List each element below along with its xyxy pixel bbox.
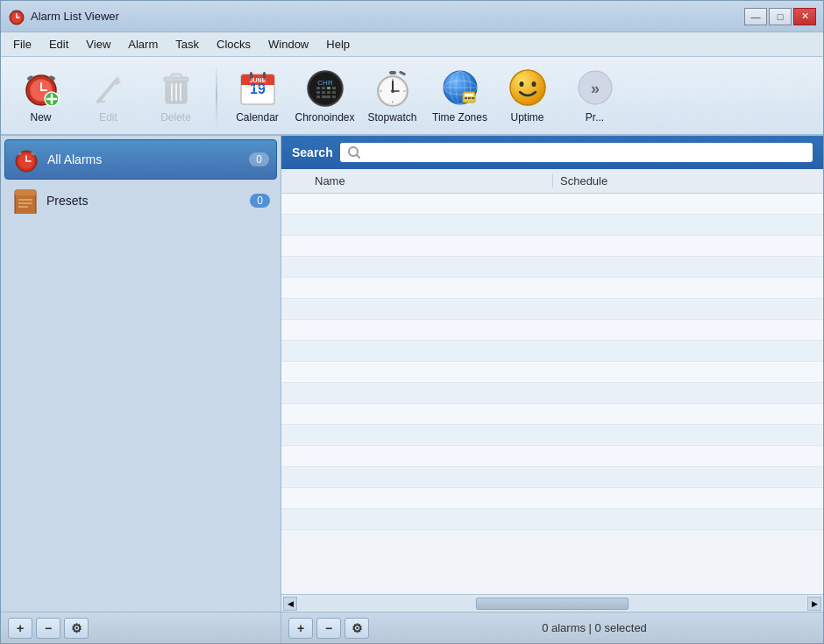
svg-rect-36: [316, 87, 320, 89]
table-row: [281, 278, 823, 299]
calendar-button[interactable]: 19 JUNE Calendar: [224, 61, 290, 130]
search-input-wrap: [340, 143, 813, 162]
svg-rect-48: [398, 71, 406, 76]
table-row: [281, 425, 823, 446]
alarm-add-button[interactable]: +: [288, 618, 313, 639]
svg-point-57: [391, 89, 394, 93]
stopwatch-button[interactable]: Stopwatch: [359, 61, 425, 130]
sidebar-item-presets[interactable]: Presets 0: [4, 181, 277, 220]
svg-rect-38: [327, 87, 330, 89]
menu-edit[interactable]: Edit: [40, 34, 77, 54]
scroll-thumb[interactable]: [476, 598, 628, 610]
alarm-settings-button[interactable]: ⚙: [345, 618, 369, 639]
menu-help[interactable]: Help: [317, 34, 359, 54]
menu-file[interactable]: File: [4, 34, 40, 54]
svg-rect-65: [465, 97, 467, 99]
timezones-icon: [439, 67, 481, 109]
uptime-button[interactable]: Uptime: [494, 61, 560, 130]
svg-text:CHR: CHR: [317, 79, 333, 87]
svg-rect-21: [171, 74, 181, 78]
main-window: Alarm List Viewer — □ ✕ File Edit View A…: [0, 0, 824, 644]
menubar: File Edit View Alarm Task Clocks Window …: [1, 32, 823, 57]
search-label: Search: [292, 145, 333, 159]
table-row: [281, 488, 823, 509]
timezones-label: Time Zones: [432, 112, 487, 124]
svg-line-16: [98, 79, 117, 102]
table-row: [281, 257, 823, 278]
right-footer: + − ⚙ 0 alarms | 0 selected: [281, 612, 823, 643]
window-title: Alarm List Viewer: [31, 10, 744, 23]
edit-icon: [88, 67, 130, 109]
svg-rect-46: [332, 96, 336, 98]
table-row: [281, 404, 823, 425]
toolbar: New Edit: [1, 57, 823, 136]
scroll-left-button[interactable]: ◀: [283, 597, 297, 611]
toolbar-sep-1: [216, 65, 217, 126]
app-icon: [8, 8, 25, 25]
maximize-button[interactable]: □: [769, 8, 792, 25]
sidebar: All Alarms 0 Presets: [1, 136, 281, 643]
table-row: [281, 383, 823, 404]
horizontal-scrollbar: ◀ ▶: [281, 594, 823, 612]
edit-button[interactable]: Edit: [75, 61, 141, 130]
menu-task[interactable]: Task: [167, 34, 208, 54]
svg-rect-66: [468, 97, 471, 99]
new-label: New: [30, 112, 51, 124]
search-input[interactable]: [366, 146, 806, 159]
sidebar-settings-button[interactable]: ⚙: [64, 618, 89, 639]
new-icon: [20, 67, 62, 109]
delete-button[interactable]: Delete: [143, 61, 209, 130]
timezones-button[interactable]: Time Zones: [427, 61, 493, 130]
search-icon: [347, 145, 361, 159]
presets-count: 0: [250, 194, 270, 208]
sidebar-item-all-alarms[interactable]: All Alarms 0: [4, 139, 277, 180]
svg-rect-64: [465, 94, 473, 96]
table-row: [281, 320, 823, 341]
window-controls: — □ ✕: [744, 8, 816, 25]
table-row: [281, 236, 823, 257]
svg-rect-45: [322, 96, 330, 98]
svg-rect-47: [389, 71, 396, 74]
svg-rect-40: [316, 91, 320, 94]
new-button[interactable]: New: [8, 61, 74, 130]
svg-rect-39: [332, 87, 336, 89]
stopwatch-label: Stopwatch: [367, 112, 416, 124]
scroll-right-button[interactable]: ▶: [807, 597, 821, 611]
uptime-icon: [507, 67, 549, 109]
menu-clocks[interactable]: Clocks: [208, 34, 259, 54]
svg-point-68: [510, 70, 545, 105]
menu-alarm[interactable]: Alarm: [119, 34, 167, 54]
all-alarms-icon: [12, 145, 40, 173]
chronoindex-icon: CHR: [304, 67, 346, 109]
svg-point-69: [519, 81, 523, 87]
search-bar: Search: [281, 136, 823, 169]
chronoindex-button[interactable]: CHR Chronoindex: [292, 61, 358, 130]
alarm-remove-button[interactable]: −: [316, 618, 341, 639]
svg-rect-31: [250, 72, 252, 79]
menu-window[interactable]: Window: [259, 34, 317, 54]
table-header: Name Schedule: [281, 169, 823, 194]
sidebar-remove-button[interactable]: −: [36, 618, 60, 639]
svg-text:19: 19: [250, 81, 266, 96]
svg-rect-44: [316, 96, 320, 98]
minimize-button[interactable]: —: [744, 8, 767, 25]
table-row: [281, 446, 823, 467]
more-button[interactable]: » Pr...: [562, 61, 628, 130]
right-panel: Search Name Schedule: [281, 136, 823, 643]
more-label: Pr...: [586, 112, 604, 124]
table-row: [281, 362, 823, 383]
svg-line-85: [357, 155, 359, 158]
status-text: 0 alarms | 0 selected: [373, 621, 816, 634]
delete-icon: [155, 67, 197, 109]
sidebar-footer: + − ⚙: [1, 612, 281, 643]
sidebar-add-button[interactable]: +: [8, 618, 32, 639]
menu-view[interactable]: View: [77, 34, 119, 54]
calendar-icon: 19 JUNE: [237, 67, 279, 109]
svg-point-70: [531, 81, 536, 87]
scroll-track[interactable]: [299, 598, 806, 610]
svg-rect-41: [322, 91, 325, 94]
close-button[interactable]: ✕: [793, 8, 816, 25]
edit-label: Edit: [99, 112, 117, 124]
table-row: [281, 467, 823, 488]
presets-label: Presets: [46, 194, 250, 208]
